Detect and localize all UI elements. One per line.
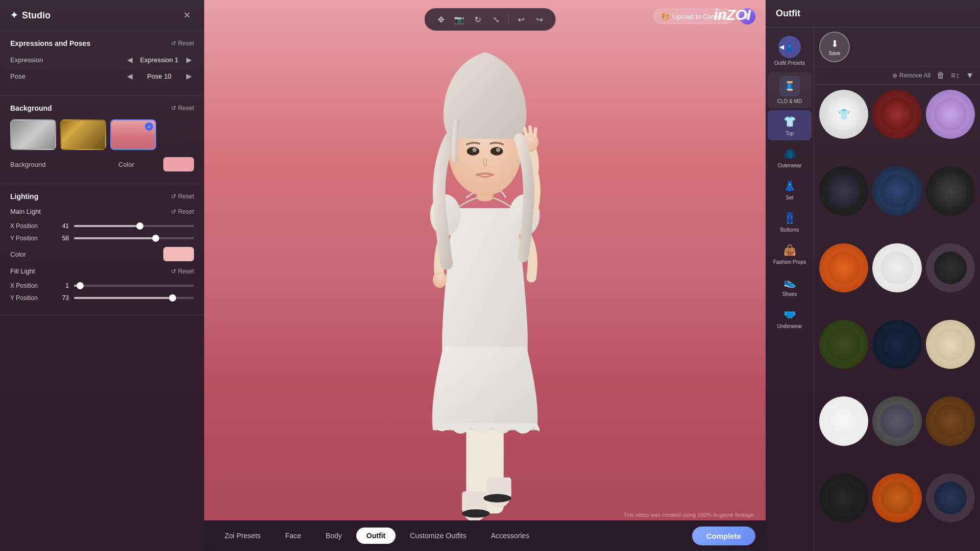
complete-button[interactable]: Complete (692, 527, 755, 545)
outfit-item-17[interactable] (872, 473, 921, 522)
lighting-reset-button[interactable]: ↺ Reset (171, 193, 194, 200)
pose-label: Pose (10, 72, 51, 80)
outfit-item-12[interactable] (926, 320, 975, 369)
reset-icon-main: ↺ (171, 208, 176, 215)
bottom-nav: Zoi Presets Face Body Outfit Customize O… (204, 520, 766, 551)
category-item-shoes[interactable]: 👟 Shoes (768, 271, 812, 301)
tab-accessories[interactable]: Accessories (481, 528, 540, 544)
fill-x-thumb[interactable] (77, 282, 84, 289)
right-panel: Outfit ◀ 👗 Outfit Presets 🧵 CLO & MD 👕 T… (766, 0, 980, 551)
set-label: Set (786, 195, 793, 201)
outfit-item-6[interactable] (926, 166, 975, 215)
svg-point-16 (473, 148, 477, 152)
category-item-outfit-presets[interactable]: ◀ 👗 Outfit Presets (768, 32, 812, 70)
y-position-label: Y Position (10, 235, 51, 242)
category-item-outerwear[interactable]: 🧥 Outerwear (768, 142, 812, 172)
bottom-nav-tabs: Zoi Presets Face Body Outfit Customize O… (214, 528, 540, 544)
y-position-thumb[interactable] (152, 235, 159, 242)
outfit-item-9[interactable] (926, 243, 975, 292)
redo-button[interactable]: ↪ (531, 11, 548, 28)
fill-y-position-row: Y Position 73 (10, 294, 194, 302)
lighting-title: Lighting (10, 192, 38, 201)
x-position-slider[interactable] (74, 225, 194, 227)
category-item-fashion-props[interactable]: 👜 Fashion Props (768, 239, 812, 269)
background-section: Background ↺ Reset ✓ Background Color (0, 96, 204, 184)
background-reset-button[interactable]: ↺ Reset (171, 105, 194, 112)
expressions-reset-button[interactable]: ↺ Reset (171, 40, 194, 47)
main-light-reset-button[interactable]: ↺ Reset (171, 208, 194, 215)
svg-point-17 (496, 148, 500, 152)
expressions-header: Expressions and Poses ↺ Reset (10, 39, 194, 47)
tab-customize-outfits[interactable]: Customize Outfits (400, 528, 476, 544)
sort-button[interactable]: ≡↕ (951, 71, 960, 80)
outfit-item-11[interactable] (872, 320, 921, 369)
fill-x-slider[interactable] (74, 285, 194, 287)
tab-face[interactable]: Face (275, 528, 311, 544)
category-item-bottoms[interactable]: 👖 Bottoms (768, 207, 812, 237)
outfit-item-14[interactable] (872, 396, 921, 445)
close-panel-button[interactable]: ✕ (180, 8, 194, 22)
category-item-top[interactable]: 👕 Top (768, 110, 812, 140)
fashion-props-label: Fashion Props (773, 259, 806, 265)
main-light-color-swatch[interactable] (163, 247, 194, 261)
expression-next-button[interactable]: ▶ (184, 55, 194, 65)
outfit-item-5[interactable] (872, 166, 921, 215)
outfit-item-2[interactable] (872, 90, 921, 139)
outfit-item-4[interactable] (819, 166, 868, 215)
outfit-item-1[interactable]: 👕 (819, 90, 868, 139)
scale-tool-button[interactable]: ⤡ (488, 11, 504, 28)
tab-outfit[interactable]: Outfit (356, 528, 396, 544)
y-position-slider[interactable] (74, 237, 194, 239)
category-item-underwear[interactable]: 🩲 Underwear (768, 303, 812, 333)
y-position-value: 58 (56, 235, 69, 242)
outfit-item-7[interactable] (819, 243, 868, 292)
outfit-item-15[interactable] (926, 396, 975, 445)
svg-point-6 (462, 509, 489, 517)
pose-control: Pose ◀ Pose 10 ▶ (10, 71, 194, 81)
camera-tool-button[interactable]: 📷 (451, 11, 468, 28)
category-item-set[interactable]: 👗 Set (768, 174, 812, 205)
move-tool-button[interactable]: ✥ (433, 11, 449, 28)
fill-y-thumb[interactable] (169, 294, 176, 302)
expression-prev-button[interactable]: ◀ (125, 55, 135, 65)
category-item-clo-md[interactable]: 🧵 CLO & MD (768, 72, 812, 108)
svg-rect-4 (462, 491, 487, 512)
tab-zoi-presets[interactable]: Zoi Presets (214, 528, 271, 544)
pose-prev-button[interactable]: ◀ (125, 71, 135, 81)
fill-y-slider[interactable] (74, 297, 194, 299)
fill-light-title: Fill Light (10, 267, 35, 275)
filter-button[interactable]: ▼ (966, 71, 974, 80)
pose-next-button[interactable]: ▶ (184, 71, 194, 81)
y-position-fill (74, 237, 156, 239)
outfit-item-10[interactable] (819, 320, 868, 369)
shoes-icon: 👟 (782, 275, 797, 289)
toolbar-divider (508, 14, 509, 24)
tab-body[interactable]: Body (315, 528, 352, 544)
clo-md-label: CLO & MD (777, 98, 802, 104)
clo-md-icon: 🧵 (779, 76, 800, 96)
plus-icon: ⊕ (892, 72, 897, 79)
fill-light-reset-button[interactable]: ↺ Reset (171, 268, 194, 275)
bg-thumb-room[interactable] (60, 119, 106, 150)
outfit-title: Outfit (766, 0, 980, 28)
outfit-item-3[interactable] (926, 90, 975, 139)
delete-button[interactable]: 🗑 (937, 71, 945, 80)
save-button[interactable]: ⬇ Save (819, 32, 850, 62)
outfit-item-8[interactable] (872, 243, 921, 292)
fill-x-label: X Position (10, 282, 51, 289)
background-color-swatch[interactable] (163, 157, 194, 171)
x-position-value: 41 (56, 222, 69, 230)
undo-button[interactable]: ↩ (513, 11, 529, 28)
svg-point-11 (433, 271, 447, 288)
remove-all-button[interactable]: ⊕ Remove All (892, 72, 930, 79)
outfit-item-16[interactable] (819, 473, 868, 522)
x-position-thumb[interactable] (136, 222, 143, 230)
bg-thumb-sky[interactable]: ✓ (110, 119, 156, 150)
main-light-color-row: Color (10, 247, 194, 261)
outfit-item-18[interactable] (926, 473, 975, 522)
outfit-item-13[interactable] (819, 396, 868, 445)
x-position-fill (74, 225, 140, 227)
bg-thumb-gray[interactable] (10, 119, 56, 150)
underwear-label: Underwear (777, 323, 802, 329)
rotate-tool-button[interactable]: ↻ (470, 11, 486, 28)
